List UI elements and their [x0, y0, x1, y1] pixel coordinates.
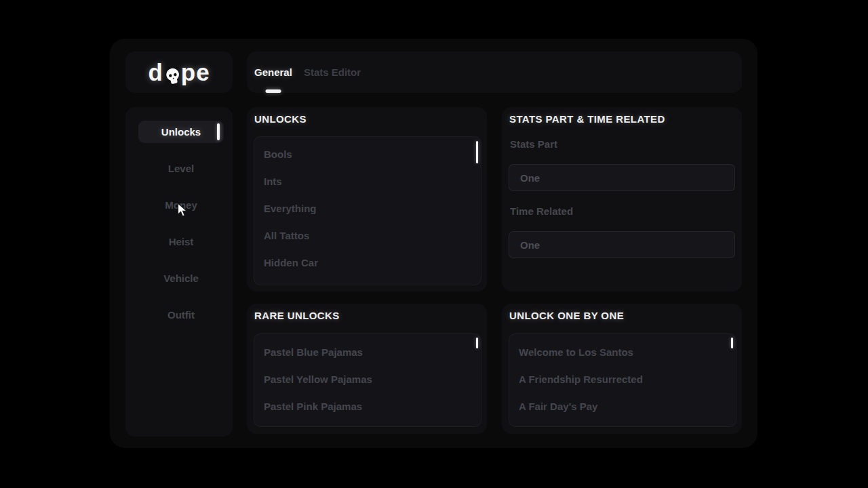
stats-part-select[interactable]: One	[509, 164, 735, 191]
list-item[interactable]: Ints	[264, 167, 481, 195]
list-item[interactable]: A Friendship Resurrected	[519, 365, 736, 392]
rare-unlocks-list: Pastel Blue Pajamas Pastel Yellow Pajama…	[254, 333, 481, 427]
sidebar-item-label: Unlocks	[161, 126, 201, 138]
time-related-select[interactable]: One	[509, 231, 735, 258]
sidebar-item-label: Vehicle	[163, 272, 199, 284]
sidebar-item-label: Level	[168, 163, 194, 174]
sidebar-scrollbar-thumb[interactable]	[217, 123, 220, 140]
panel-rare-unlocks-title: RARE UNLOCKS	[254, 310, 340, 321]
scrollbar-thumb[interactable]	[476, 338, 479, 348]
unlock-one-by-one-list: Welcome to Los Santos A Friendship Resur…	[509, 333, 736, 427]
time-related-value: One	[520, 239, 540, 251]
stats-part-label: Stats Part	[510, 138, 557, 150]
panel-unlocks-title: UNLOCKS	[254, 113, 307, 125]
app-logo: d pe	[148, 60, 210, 84]
list-item[interactable]: Pastel Pink Pajamas	[264, 392, 481, 420]
logo-card: d pe	[125, 52, 233, 93]
scrollbar-thumb[interactable]	[476, 141, 479, 163]
panel-rare-unlocks: RARE UNLOCKS Pastel Blue Pajamas Pastel …	[247, 304, 487, 434]
scrollbar-thumb[interactable]	[731, 338, 734, 348]
sidebar-item-heist[interactable]: Heist	[138, 230, 224, 253]
sidebar-item-unlocks[interactable]: Unlocks	[138, 121, 224, 143]
list-item[interactable]: Welcome to Los Santos	[519, 338, 736, 365]
app-window: d pe General Stats Editor Unlocks	[110, 39, 757, 448]
panel-unlock-one-by-one-title: UNLOCK ONE BY ONE	[509, 310, 624, 321]
tab-stats-editor-label: Stats Editor	[304, 66, 361, 78]
sidebar-item-label: Outfit	[167, 309, 195, 321]
sidebar-item-vehicle[interactable]: Vehicle	[138, 267, 224, 289]
sidebar: Unlocks Level Money Heist Vehicle Outfit	[125, 107, 233, 436]
logo-text-left: d	[148, 60, 163, 84]
unlocks-list: Bools Ints Everything All Tattos Hidden …	[254, 136, 481, 285]
panel-stats-time-title: STATS PART & TIME RELATED	[509, 113, 665, 125]
logo-text-right: pe	[181, 60, 210, 84]
tab-general-label: General	[254, 66, 292, 78]
stats-part-value: One	[520, 172, 540, 184]
tab-bar: General Stats Editor	[247, 52, 742, 93]
skull-icon	[161, 63, 183, 85]
list-item[interactable]: Bools	[264, 140, 481, 167]
panel-unlock-one-by-one: UNLOCK ONE BY ONE Welcome to Los Santos …	[502, 304, 742, 434]
sidebar-item-label: Heist	[169, 236, 194, 247]
time-related-label: Time Related	[510, 205, 573, 217]
panel-stats-time: STATS PART & TIME RELATED Stats Part One…	[502, 107, 742, 291]
list-item[interactable]: A Fair Day's Pay	[519, 392, 736, 420]
sidebar-item-level[interactable]: Level	[138, 157, 224, 180]
list-item[interactable]: All Tattos	[264, 222, 481, 249]
active-tab-underline	[265, 89, 281, 93]
tab-stats-editor[interactable]: Stats Editor	[303, 52, 361, 93]
sidebar-item-outfit[interactable]: Outfit	[138, 304, 224, 326]
list-item[interactable]: Hidden Car	[264, 249, 481, 276]
mouse-cursor-icon	[177, 203, 189, 218]
list-item[interactable]: Everything	[264, 195, 481, 222]
panel-unlocks: UNLOCKS Bools Ints Everything All Tattos…	[247, 107, 487, 291]
tab-general[interactable]: General	[254, 52, 293, 93]
list-item[interactable]: Pastel Blue Pajamas	[264, 338, 481, 365]
list-item[interactable]: Pastel Yellow Pajamas	[264, 365, 481, 392]
